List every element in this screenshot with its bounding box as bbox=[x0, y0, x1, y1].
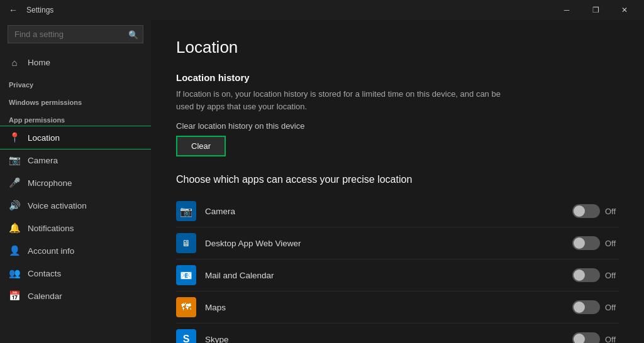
sidebar-microphone-label: Microphone bbox=[28, 178, 72, 188]
mail-toggle-label: Off bbox=[605, 271, 619, 280]
app-list: 📷 Camera Off 🖥 Desktop App Web Viewer Of… bbox=[176, 195, 619, 343]
app-row-mail: 📧 Mail and Calendar Off bbox=[176, 259, 619, 291]
title-bar-title: Settings bbox=[26, 6, 53, 14]
maps-toggle-area: Off bbox=[572, 300, 619, 314]
app-row-camera: 📷 Camera Off bbox=[176, 195, 619, 227]
mail-toggle-area: Off bbox=[572, 268, 619, 282]
sidebar-notifications-label: Notifications bbox=[28, 224, 74, 233]
sidebar-item-contacts[interactable]: 👥 Contacts bbox=[0, 262, 151, 285]
app-body: 🔍 ⌂ Home Privacy Windows permissions App… bbox=[0, 20, 644, 343]
sidebar: 🔍 ⌂ Home Privacy Windows permissions App… bbox=[0, 20, 151, 343]
windows-permissions-label: Windows permissions bbox=[0, 91, 151, 109]
sidebar-contacts-label: Contacts bbox=[28, 269, 61, 278]
app-permissions-label: App permissions bbox=[0, 109, 151, 126]
sidebar-item-calendar[interactable]: 📅 Calendar bbox=[0, 285, 151, 307]
title-bar-controls: ─ ❐ ✕ bbox=[552, 0, 639, 20]
app-row-skype: S Skype Off bbox=[176, 324, 619, 343]
desktop-web-toggle[interactable] bbox=[572, 236, 600, 250]
microphone-icon: 🎤 bbox=[9, 177, 20, 188]
mail-toggle[interactable] bbox=[572, 268, 600, 282]
sidebar-account-label: Account info bbox=[28, 246, 74, 256]
calendar-icon: 📅 bbox=[9, 290, 20, 302]
camera-app-name: Camera bbox=[205, 207, 572, 216]
home-icon: ⌂ bbox=[9, 57, 20, 68]
camera-app-icon: 📷 bbox=[176, 201, 196, 221]
camera-toggle-area: Off bbox=[572, 204, 619, 218]
sidebar-voice-label: Voice activation bbox=[28, 201, 87, 210]
clear-history-label: Clear location history on this device bbox=[176, 121, 619, 131]
camera-icon: 📷 bbox=[9, 155, 20, 166]
desktop-web-toggle-area: Off bbox=[572, 236, 619, 250]
sidebar-item-voice-activation[interactable]: 🔊 Voice activation bbox=[0, 194, 151, 217]
skype-toggle[interactable] bbox=[572, 332, 600, 343]
sidebar-item-account-info[interactable]: 👤 Account info bbox=[0, 239, 151, 262]
sidebar-item-location[interactable]: 📍 Location bbox=[0, 126, 151, 149]
sidebar-item-notifications[interactable]: 🔔 Notifications bbox=[0, 217, 151, 239]
sidebar-home-label: Home bbox=[28, 58, 50, 67]
sidebar-item-microphone[interactable]: 🎤 Microphone bbox=[0, 172, 151, 194]
skype-toggle-area: Off bbox=[572, 332, 619, 343]
sidebar-item-camera[interactable]: 📷 Camera bbox=[0, 149, 151, 172]
maps-app-icon: 🗺 bbox=[176, 297, 196, 317]
maps-toggle-label: Off bbox=[605, 303, 619, 312]
restore-button[interactable]: ❐ bbox=[581, 0, 610, 20]
content-area: Location Location history If location is… bbox=[151, 20, 644, 343]
clear-button[interactable]: Clear bbox=[176, 136, 226, 156]
mail-app-icon: 📧 bbox=[176, 265, 196, 285]
maps-toggle[interactable] bbox=[572, 300, 600, 314]
sidebar-item-home[interactable]: ⌂ Home bbox=[0, 51, 151, 74]
sidebar-calendar-label: Calendar bbox=[28, 291, 62, 301]
app-row-desktop-web: 🖥 Desktop App Web Viewer Off bbox=[176, 227, 619, 259]
close-button[interactable]: ✕ bbox=[610, 0, 639, 20]
search-input[interactable] bbox=[8, 25, 143, 43]
minimize-button[interactable]: ─ bbox=[552, 0, 581, 20]
maps-app-name: Maps bbox=[205, 303, 572, 312]
camera-toggle-label: Off bbox=[605, 207, 619, 216]
privacy-label: Privacy bbox=[0, 74, 151, 91]
sidebar-camera-label: Camera bbox=[28, 156, 58, 165]
desktop-web-name: Desktop App Web Viewer bbox=[205, 239, 572, 248]
search-container: 🔍 bbox=[8, 25, 143, 43]
search-icon: 🔍 bbox=[128, 30, 138, 39]
location-icon: 📍 bbox=[9, 132, 20, 143]
title-bar: ← Settings ─ ❐ ✕ bbox=[0, 0, 644, 20]
skype-app-name: Skype bbox=[205, 335, 572, 344]
title-bar-left: ← Settings bbox=[5, 3, 53, 18]
voice-activation-icon: 🔊 bbox=[9, 200, 20, 211]
sidebar-location-label: Location bbox=[28, 133, 60, 143]
location-history-title: Location history bbox=[176, 72, 619, 83]
contacts-icon: 👥 bbox=[9, 268, 20, 279]
mail-app-name: Mail and Calendar bbox=[205, 271, 572, 280]
desktop-web-toggle-label: Off bbox=[605, 239, 619, 248]
notifications-icon: 🔔 bbox=[9, 222, 20, 234]
app-row-maps: 🗺 Maps Off bbox=[176, 291, 619, 324]
skype-app-icon: S bbox=[176, 329, 196, 343]
page-title: Location bbox=[176, 38, 619, 57]
location-history-desc: If location is on, your location history… bbox=[176, 88, 503, 112]
desktop-web-icon: 🖥 bbox=[176, 233, 196, 253]
back-button[interactable]: ← bbox=[5, 3, 21, 18]
choose-apps-title: Choose which apps can access your precis… bbox=[176, 174, 619, 185]
skype-toggle-label: Off bbox=[605, 335, 619, 344]
camera-toggle[interactable] bbox=[572, 204, 600, 218]
account-info-icon: 👤 bbox=[9, 245, 20, 256]
